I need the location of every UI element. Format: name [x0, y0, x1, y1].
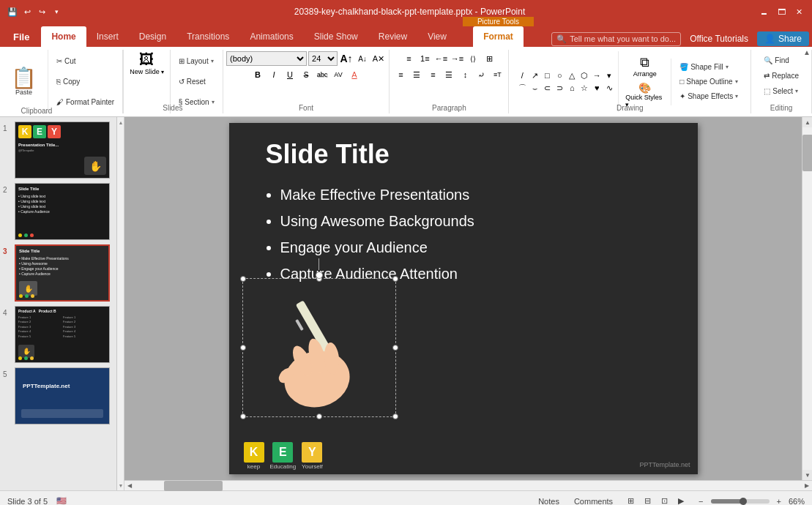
rotation-handle[interactable] [316, 258, 323, 279]
clear-formatting-button[interactable]: A✕ [371, 51, 386, 66]
slide-thumb-3[interactable]: 3 Slide Title • Make Effective Presentat… [3, 244, 113, 302]
slide-thumb-1[interactable]: 1 K E Y Presentation Title... @fTempalte… [3, 121, 113, 179]
italic-button[interactable]: I [267, 67, 281, 82]
font-size-select[interactable]: 24 [308, 51, 338, 66]
handle-tr[interactable] [392, 276, 398, 282]
replace-button[interactable]: ⇄ Replace [759, 68, 804, 83]
maximize-button[interactable]: 🗖 [774, 4, 789, 19]
numbering-button[interactable]: 1≡ [417, 51, 432, 66]
h-scroll-thumb[interactable] [164, 481, 223, 491]
canvas-area[interactable]: Slide Title Make Effective Presentations… [124, 117, 802, 480]
panel-scroll-up-button[interactable]: ▲ [117, 117, 124, 127]
paste-button[interactable]: 📋 Paste [4, 51, 43, 112]
slide-image-4[interactable]: Product A Product B Feature 1Feature 2Fe… [15, 306, 110, 363]
tab-home[interactable]: Home [41, 26, 86, 47]
tab-insert[interactable]: Insert [86, 26, 129, 47]
shape-heart[interactable]: ♥ [591, 82, 603, 94]
slide-image-3[interactable]: Slide Title • Make Effective Presentatio… [15, 244, 110, 302]
shape-more[interactable]: ▾ [603, 70, 615, 81]
comments-button[interactable]: Comments [570, 495, 617, 506]
bold-button[interactable]: B [250, 67, 265, 82]
reading-view-button[interactable]: ⊡ [657, 495, 672, 505]
center-button[interactable]: ☰ [409, 67, 424, 82]
tab-design[interactable]: Design [129, 26, 176, 47]
slide-show-button[interactable]: ▶ [674, 495, 688, 505]
scroll-left-button[interactable]: ◀ [124, 481, 135, 491]
shape-effects-button[interactable]: ✦ Shape Effects ▾ [674, 89, 743, 104]
slide-thumb-5[interactable]: 5 PPTTemplate.net [3, 367, 113, 424]
select-button[interactable]: ⬚ Select ▾ [759, 83, 804, 98]
arrange-button[interactable]: ⧉ Arrange [620, 53, 669, 80]
align-right-button[interactable]: ≡ [425, 67, 440, 82]
line-spacing-button[interactable]: ↕ [458, 67, 472, 82]
shape-circle[interactable]: ○ [554, 70, 565, 81]
shape-outline-button[interactable]: □ Shape Outline ▾ [674, 75, 743, 89]
bullets-button[interactable]: ≡ [401, 51, 416, 66]
shape-connector[interactable]: ⊂ [541, 82, 553, 94]
direction-button[interactable]: ⤾ [474, 67, 488, 82]
increase-font-button[interactable]: A↑ [339, 51, 354, 66]
notes-button[interactable]: Notes [534, 495, 564, 506]
find-button[interactable]: 🔍 Find [759, 53, 804, 67]
scroll-right-button[interactable]: ▶ [802, 481, 812, 491]
shape-arrow[interactable]: ↗ [529, 70, 540, 81]
scroll-up-button[interactable]: ▲ [802, 117, 812, 127]
tab-animations[interactable]: Animations [239, 26, 303, 47]
tab-review[interactable]: Review [368, 26, 417, 47]
shape-fill-button[interactable]: 🪣 Shape Fill ▾ [674, 60, 743, 75]
zoom-out-button[interactable]: − [694, 495, 707, 506]
save-icon[interactable]: 💾 [6, 5, 19, 18]
customize-qat-icon[interactable]: ▾ [50, 5, 63, 18]
tab-view[interactable]: View [417, 26, 457, 47]
font-color-button[interactable]: A [347, 67, 362, 82]
shape-star[interactable]: ☆ [578, 82, 590, 94]
copy-button[interactable]: ⎘ Copy [51, 74, 119, 89]
shape-line[interactable]: / [516, 70, 528, 81]
tab-transitions[interactable]: Transitions [176, 26, 239, 47]
align-left-button[interactable]: ≡ [393, 67, 408, 82]
underline-button[interactable]: U [283, 67, 297, 82]
minimize-button[interactable]: 🗕 [756, 4, 771, 19]
justify-button[interactable]: ☰ [442, 67, 456, 82]
file-tab[interactable]: File [3, 26, 40, 47]
tab-slideshow[interactable]: Slide Show [304, 26, 368, 47]
redo-icon[interactable]: ↪ [35, 5, 48, 18]
handle-bm[interactable] [316, 414, 322, 419]
slide-image-1[interactable]: K E Y Presentation Title... @fTempalte ✋ [15, 121, 110, 179]
shape-rect[interactable]: □ [541, 70, 553, 81]
scroll-down-button[interactable]: ▼ [802, 470, 812, 480]
shape-house[interactable]: ⌂ [566, 82, 578, 94]
layout-button[interactable]: ⊞ Layout ▾ [174, 54, 220, 69]
zoom-slider-thumb[interactable] [740, 498, 747, 505]
shape-bracket[interactable]: ⊃ [554, 82, 565, 94]
office-tutorials-button[interactable]: Office Tutorials [682, 31, 756, 47]
slide-image-2[interactable]: Slide Title • Using slide text• Using sl… [15, 183, 110, 240]
font-name-select[interactable]: (body) [226, 51, 307, 66]
tell-me-input[interactable]: 🔍 Tell me what you want to do... [551, 32, 681, 46]
zoom-in-button[interactable]: + [772, 495, 786, 506]
decrease-font-button[interactable]: A↓ [355, 51, 370, 66]
decrease-indent-button[interactable]: ←≡ [433, 51, 448, 66]
align-text-button[interactable]: ≡T [490, 67, 504, 82]
slide-sorter-button[interactable]: ⊟ [640, 495, 655, 505]
shape-triangle[interactable]: △ [566, 70, 578, 81]
slide-thumb-2[interactable]: 2 Slide Title • Using slide text• Using … [3, 183, 113, 240]
shape-right-arrow[interactable]: → [591, 70, 603, 81]
handle-br[interactable] [392, 414, 398, 419]
handle-bl[interactable] [240, 414, 246, 419]
reset-button[interactable]: ↺ Reset [174, 74, 220, 89]
increase-indent-button[interactable]: →≡ [450, 51, 464, 66]
handle-ml[interactable] [240, 345, 246, 351]
tab-format[interactable]: Format [473, 26, 524, 47]
shape-curve[interactable]: ⌒ [516, 82, 528, 94]
zoom-slider[interactable] [711, 499, 770, 504]
shape-hexagon[interactable]: ⬡ [578, 70, 590, 81]
ribbon-collapse-button[interactable]: ▲ [802, 47, 812, 58]
normal-view-button[interactable]: ⊞ [623, 495, 638, 505]
share-button[interactable]: 👤 Share [757, 31, 809, 46]
slide-thumb-4[interactable]: 4 Product A Product B Feature 1Feature 2… [3, 306, 113, 363]
slide-image-5[interactable]: PPTTemplate.net [15, 367, 110, 424]
cut-button[interactable]: ✂ Cut [51, 54, 119, 69]
shadow-button[interactable]: abc [315, 67, 329, 82]
panel-scroll-down-button[interactable]: ▼ [117, 480, 124, 490]
